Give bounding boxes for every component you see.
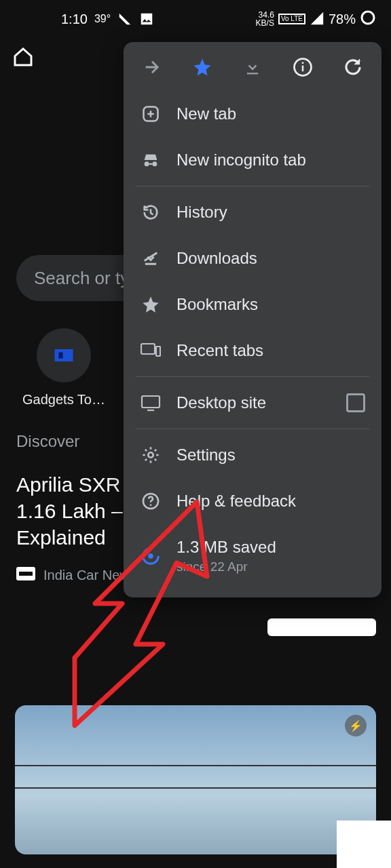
menu-label: History: [176, 203, 227, 222]
svg-point-16: [150, 504, 152, 506]
recent-tabs-icon: [140, 342, 162, 359]
data-saved-sub: since 22 Apr: [176, 559, 276, 574]
article-source: India Car News: [43, 568, 136, 583]
menu-label: Bookmarks: [176, 295, 258, 314]
menu-history[interactable]: History: [124, 189, 381, 235]
info-icon[interactable]: [291, 57, 315, 77]
svg-rect-0: [141, 14, 153, 25]
history-icon: [140, 203, 162, 222]
forward-icon[interactable]: [140, 58, 164, 77]
help-icon: [140, 492, 162, 511]
download-icon[interactable]: [240, 58, 265, 77]
status-time: 1:10: [61, 12, 88, 27]
bookmarks-star-icon: [140, 295, 162, 314]
shortcut-favicon: [37, 328, 91, 382]
svg-point-14: [148, 452, 153, 457]
svg-rect-2: [55, 349, 73, 361]
home-icon[interactable]: [12, 46, 34, 71]
article-thumbnail: [267, 618, 376, 636]
menu-divider: [136, 429, 369, 429]
new-tab-icon: [140, 104, 162, 123]
menu-label: Recent tabs: [176, 341, 263, 360]
svg-rect-6: [19, 572, 33, 576]
menu-recent-tabs[interactable]: Recent tabs: [124, 328, 381, 374]
svg-rect-12: [156, 347, 160, 356]
shortcut-gadgets[interactable]: Gadgets To…: [16, 328, 111, 408]
menu-new-incognito[interactable]: New incognito tab: [124, 137, 381, 183]
menu-divider: [136, 186, 369, 186]
menu-divider: [136, 376, 369, 377]
menu-label: Help & feedback: [176, 492, 296, 511]
menu-label: New tab: [176, 104, 236, 123]
menu-help[interactable]: Help & feedback: [124, 478, 381, 524]
svg-rect-11: [141, 344, 155, 354]
downloads-icon: [140, 249, 162, 268]
menu-label: Desktop site: [176, 393, 266, 412]
menu-bookmarks[interactable]: Bookmarks: [124, 281, 381, 328]
status-left: 1:10 39°: [61, 12, 154, 27]
menu-label: Downloads: [176, 249, 257, 268]
status-bar: 1:10 39° 34.6KB/S Vo LTE 78%: [0, 0, 391, 38]
incognito-icon: [140, 151, 162, 170]
menu-label: Settings: [176, 446, 236, 465]
data-saved-label: 1.3 MB saved: [176, 538, 276, 557]
battery-ring-icon: [360, 9, 376, 29]
amp-icon: ⚡: [345, 715, 367, 736]
overlay-box: [337, 821, 391, 868]
menu-downloads[interactable]: Downloads: [124, 235, 381, 281]
refresh-icon[interactable]: [341, 57, 365, 77]
mobile-signal-icon: [310, 11, 324, 28]
bookmark-star-icon[interactable]: [190, 57, 215, 77]
menu-settings[interactable]: Settings: [124, 432, 381, 478]
status-temp: 39°: [94, 13, 111, 25]
overflow-menu: New tab New incognito tab History Downlo…: [124, 42, 381, 597]
menu-new-tab[interactable]: New tab: [124, 91, 381, 137]
volte-icon: Vo LTE: [278, 14, 305, 24]
menu-data-saved[interactable]: 1.3 MB saved since 22 Apr: [124, 524, 381, 588]
gear-icon: [140, 446, 162, 465]
desktop-icon: [140, 394, 162, 412]
svg-rect-9: [302, 62, 304, 64]
svg-rect-3: [59, 353, 63, 359]
svg-point-1: [362, 12, 374, 24]
svg-rect-13: [142, 396, 160, 408]
svg-rect-8: [302, 66, 304, 72]
data-saver-icon: [140, 546, 162, 566]
battery-text: 78%: [329, 12, 356, 27]
net-speed: 34.6KB/S: [256, 11, 274, 27]
desktop-site-checkbox[interactable]: [346, 393, 365, 412]
menu-desktop-site[interactable]: Desktop site: [124, 380, 381, 426]
photo-icon: [139, 12, 154, 26]
menu-actions-row: [124, 42, 381, 91]
shortcut-label: Gadgets To…: [16, 392, 111, 408]
article-image[interactable]: ⚡: [15, 705, 376, 854]
menu-label: New incognito tab: [176, 151, 306, 170]
signal-icon: [117, 12, 132, 26]
status-right: 34.6KB/S Vo LTE 78%: [256, 9, 376, 29]
source-favicon: [16, 567, 35, 583]
svg-point-18: [148, 553, 153, 559]
